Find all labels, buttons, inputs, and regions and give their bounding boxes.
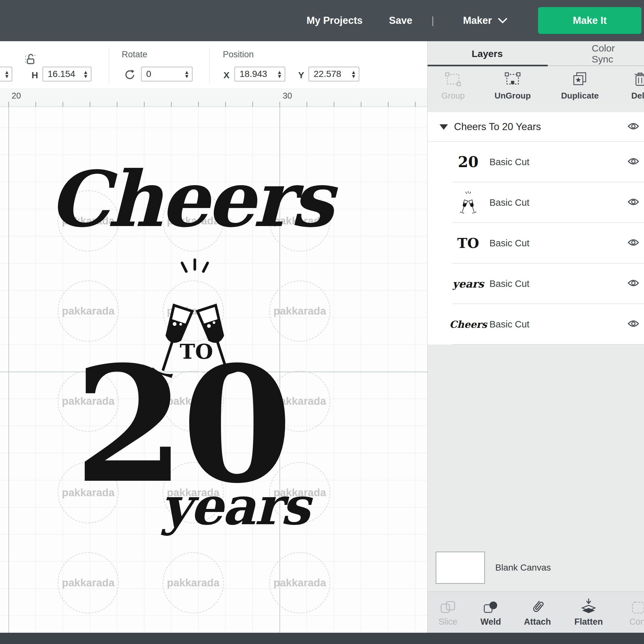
delete-label: Dele	[613, 91, 644, 101]
layer-thumb: years	[452, 263, 484, 304]
my-projects-link[interactable]: My Projects	[307, 0, 363, 41]
watermark: pakkarada	[269, 552, 330, 613]
duplicate-button[interactable]: Duplicate	[553, 70, 607, 101]
edit-toolbar: ▴▾ H ▴▾ Rotate ▴▾ Position X ▴▾ Y ▴▾	[0, 41, 427, 88]
layer-thumb: Cheers	[452, 304, 484, 345]
machine-select[interactable]: Maker	[463, 0, 507, 41]
layer-group-header[interactable]: Cheers To 20 Years	[428, 112, 644, 142]
champagne-glasses-icon	[452, 182, 484, 223]
x-stepper[interactable]: ▴▾	[276, 70, 285, 78]
y-input[interactable]	[309, 67, 350, 81]
layer-row-to[interactable]: TO Basic Cut	[428, 223, 644, 263]
layer-thumb: TO	[452, 223, 484, 263]
eye-icon[interactable]	[628, 123, 639, 131]
eye-icon[interactable]	[628, 158, 639, 166]
design-text-years[interactable]: years	[161, 480, 303, 532]
duplicate-icon	[553, 70, 607, 88]
layer-row-cheers[interactable]: Cheers Basic Cut	[428, 304, 644, 345]
layer-list: Cheers To 20 Years 20 Basic Cut Basic Cu…	[428, 112, 644, 345]
height-input[interactable]	[43, 67, 82, 81]
layer-label: Basic Cut	[489, 304, 529, 345]
x-field[interactable]: ▴▾	[234, 67, 285, 81]
layer-row-20[interactable]: 20 Basic Cut	[428, 142, 644, 182]
toolbar-divider	[209, 48, 210, 83]
topbar: My Projects Save | Maker Make It	[0, 0, 644, 41]
blank-canvas-label: Blank Canvas	[495, 552, 551, 584]
width-stepper-arrows[interactable]: ▴▾	[4, 70, 12, 78]
save-link[interactable]: Save	[389, 0, 412, 41]
rotate-input[interactable]	[142, 67, 183, 81]
horizontal-ruler: 20 30	[0, 88, 427, 107]
watermark: pakkarada	[58, 552, 119, 613]
group-button[interactable]: Group	[426, 70, 480, 101]
width-input[interactable]	[0, 67, 4, 81]
paperclip-icon	[515, 596, 560, 615]
layer-label: Basic Cut	[489, 182, 529, 223]
layers-panel: Layers Color Sync Group UnGroup	[427, 41, 644, 633]
height-stepper[interactable]: ▴▾	[82, 70, 91, 78]
weld-button[interactable]: Weld	[468, 596, 513, 627]
height-field[interactable]: ▴▾	[43, 67, 91, 81]
topbar-separator: |	[431, 0, 434, 41]
eye-icon[interactable]	[628, 279, 639, 288]
layer-row-glasses[interactable]: Basic Cut	[428, 182, 644, 223]
slice-icon	[425, 596, 470, 615]
y-field[interactable]: ▴▾	[308, 67, 359, 81]
contour-icon	[616, 596, 644, 615]
duplicate-label: Duplicate	[553, 91, 607, 101]
tab-layers[interactable]: Layers	[472, 41, 503, 66]
eye-icon[interactable]	[628, 320, 639, 329]
row-separator	[452, 344, 644, 345]
ungroup-button[interactable]: UnGroup	[485, 70, 540, 101]
design-canvas[interactable]: pakkaradapakkaradapakkaradapakkaradapakk…	[0, 107, 427, 633]
eye-icon[interactable]	[628, 239, 639, 248]
y-label: Y	[298, 70, 304, 81]
layer-group-title: Cheers To 20 Years	[454, 121, 541, 133]
group-icon	[426, 70, 480, 88]
group-label: Group	[426, 91, 480, 101]
active-tab-underline	[428, 65, 548, 66]
watermark-text: pakkarada	[273, 305, 326, 317]
watermark-text: pakkarada	[273, 577, 326, 589]
width-stepper-clipped[interactable]: ▴▾	[0, 67, 12, 81]
rotate-icon[interactable]	[124, 68, 137, 81]
rotate-stepper[interactable]: ▴▾	[183, 70, 192, 78]
flatten-button[interactable]: Flatten	[566, 596, 611, 627]
contour-label: Cont	[616, 617, 644, 627]
tab-color-sync[interactable]: Color Sync	[592, 41, 627, 66]
blank-canvas-swatch[interactable]	[436, 552, 485, 584]
panel-tabs: Layers Color Sync	[428, 41, 644, 66]
layer-label: Basic Cut	[489, 142, 529, 182]
watermark-text: pakkarada	[62, 305, 114, 317]
ungroup-label: UnGroup	[485, 91, 540, 101]
layer-label: Basic Cut	[489, 223, 529, 263]
machine-name: Maker	[463, 15, 492, 26]
ruler-tick-30: 30	[283, 91, 292, 101]
design-text-cheers[interactable]: Cheers	[45, 161, 335, 238]
slice-button[interactable]: Slice	[425, 596, 470, 627]
flatten-icon	[566, 596, 611, 615]
weld-label: Weld	[468, 617, 513, 627]
layer-row-years[interactable]: years Basic Cut	[428, 263, 644, 304]
chevron-down-icon	[498, 17, 507, 24]
make-it-button[interactable]: Make It	[538, 7, 641, 34]
panel-bottom-bar: Slice Weld Attach	[428, 592, 644, 633]
slice-label: Slice	[425, 617, 470, 627]
ungroup-icon	[485, 70, 540, 88]
eye-icon[interactable]	[628, 198, 639, 207]
ruler-tick-20: 20	[12, 91, 21, 101]
y-stepper[interactable]: ▴▾	[350, 70, 359, 78]
x-input[interactable]	[235, 67, 276, 81]
layer-thumb: 20	[452, 142, 484, 182]
contour-button[interactable]: Cont	[616, 596, 644, 627]
open-lock-icon[interactable]	[25, 53, 36, 65]
attach-button[interactable]: Attach	[515, 596, 560, 627]
watermark-text: pakkarada	[62, 577, 114, 589]
watermark-text: pakkarada	[167, 577, 219, 589]
bottom-strip	[0, 633, 644, 644]
triangle-down-icon[interactable]	[440, 124, 448, 130]
rotate-field[interactable]: ▴▾	[141, 67, 193, 81]
delete-button[interactable]: Dele	[613, 70, 644, 101]
layer-label: Basic Cut	[489, 263, 529, 304]
height-label: H	[32, 70, 38, 81]
